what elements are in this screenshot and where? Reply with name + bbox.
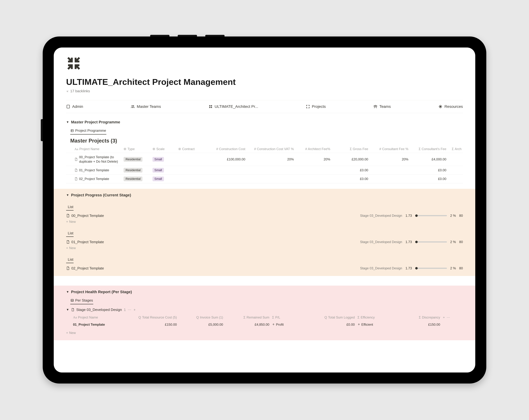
vat-cell[interactable] xyxy=(247,166,295,174)
col-scale[interactable]: Scale xyxy=(151,145,177,153)
master-programme-header[interactable]: ▼ Master Project Programme xyxy=(66,120,463,124)
construction-cost-cell[interactable]: £100,000.00 xyxy=(204,153,247,166)
vat-cell[interactable]: 20% xyxy=(247,153,295,166)
resource-cost-cell[interactable]: £150.00 xyxy=(119,321,178,328)
construction-cost-cell[interactable] xyxy=(204,174,247,183)
col-contract[interactable]: Contract xyxy=(177,145,204,153)
tab-list[interactable]: List xyxy=(66,256,74,263)
col-consult-fee-pct[interactable]: # Consultant Fee % xyxy=(370,145,410,153)
progress-item-row[interactable]: 00_Project Template Stage 03_Developed D… xyxy=(66,214,463,218)
nav-projects[interactable]: Projects xyxy=(306,104,326,109)
nav-teams[interactable]: Teams xyxy=(373,104,391,109)
progress-last: 80 xyxy=(459,240,463,244)
consult-fee-pct-cell[interactable] xyxy=(370,166,410,174)
consult-fee-cell[interactable]: £4,000.00 xyxy=(410,153,448,166)
new-item-button[interactable]: +New xyxy=(66,220,463,224)
hcol-pl[interactable]: ΣP/L xyxy=(271,314,303,321)
hcol-invoice[interactable]: QInvoice Sum (1) xyxy=(178,314,225,321)
discrepancy-cell[interactable]: £150.00 xyxy=(395,321,441,328)
table-row[interactable]: 01_Project Template Residential Small £0… xyxy=(66,166,463,174)
tab-project-programme[interactable]: Project Programme xyxy=(70,127,106,134)
consult-fee-cell[interactable]: £0.00 xyxy=(410,174,448,183)
health-header[interactable]: ▼ Project Health Report (Per Stage) xyxy=(66,290,463,294)
progress-pct: 2 % xyxy=(450,266,456,270)
nav-admin[interactable]: Admin xyxy=(66,104,83,109)
table-row[interactable]: 01_Project Template £150.00 £5,000.00 £4… xyxy=(66,321,463,328)
col-gross-fee[interactable]: Σ Gross Fee xyxy=(331,145,370,153)
hcol-remained[interactable]: ΣRemained Sum xyxy=(225,314,271,321)
project-name: 01_Project Template xyxy=(71,240,104,244)
table-row[interactable]: 00_Project Template (toduplicate + Do No… xyxy=(66,153,463,166)
hcol-discrepancy[interactable]: ΣDiscrepancy xyxy=(395,314,441,321)
col-arch-fee-pct[interactable]: # Architect Fee% xyxy=(295,145,331,153)
svg-rect-0 xyxy=(67,105,70,108)
gross-fee-cell[interactable]: £0.00 xyxy=(331,174,370,183)
progress-item-row[interactable]: 01_Project Template Stage 03_Developed D… xyxy=(66,240,463,244)
vat-cell[interactable] xyxy=(247,174,295,183)
hcol-resource-cost[interactable]: QTotal Resource Cost (5) xyxy=(119,314,178,321)
hcol-actions[interactable]: + ⋯ xyxy=(441,314,463,321)
nav-label: Resources xyxy=(444,104,463,109)
tab-label: List xyxy=(68,205,73,209)
remained-cell[interactable]: £4,850.00 xyxy=(225,321,271,328)
efficiency-cell[interactable]: Efficient xyxy=(356,321,395,328)
page-icon xyxy=(74,169,78,172)
consult-fee-pct-cell[interactable] xyxy=(370,174,410,183)
col-project-name[interactable]: AaProject Name xyxy=(66,145,122,153)
logged-cell[interactable]: £0.00 xyxy=(303,321,356,328)
col-type[interactable]: Type xyxy=(122,145,151,153)
master-programme-section: ▼ Master Project Programme Project Progr… xyxy=(66,120,463,183)
project-progress-section: ▼ Project Progress (Current Stage) List … xyxy=(54,189,475,276)
new-row-button[interactable]: + New xyxy=(66,331,463,335)
new-item-button[interactable]: +New xyxy=(66,246,463,250)
progress-header[interactable]: ▼ Project Progress (Current Stage) xyxy=(66,193,463,197)
col-vat[interactable]: # Construction Cost VAT % xyxy=(247,145,295,153)
progress-bar xyxy=(415,241,447,242)
table-row[interactable]: 02_Project Template Residential Small £0… xyxy=(66,174,463,183)
gross-fee-cell[interactable]: £0.00 xyxy=(331,166,370,174)
col-consult-fee[interactable]: Σ Consultant's Fee xyxy=(410,145,448,153)
invoice-sum-cell[interactable]: £5,000.00 xyxy=(178,321,225,328)
col-construction-cost[interactable]: # Construction Cost xyxy=(204,145,247,153)
svg-point-2 xyxy=(133,105,134,106)
page-icon xyxy=(74,158,78,161)
gross-fee-cell[interactable]: £20,000.00 xyxy=(331,153,370,166)
hcol-name[interactable]: AaProject Name xyxy=(66,314,119,321)
health-group-row[interactable]: ▼ Stage 03_Developed Design 1 ⋯ + xyxy=(66,308,463,312)
nav-resources[interactable]: Resources xyxy=(438,104,463,109)
hcol-logged[interactable]: QTotal Sum Logged xyxy=(303,314,356,321)
backlinks-link[interactable]: 17 backlinks xyxy=(66,89,90,93)
contract-cell[interactable] xyxy=(177,153,204,166)
consult-fee-cell[interactable]: £0.00 xyxy=(410,166,448,174)
project-name-cell[interactable]: 02_Project Template xyxy=(74,177,121,181)
pl-cell[interactable]: Profit xyxy=(271,321,303,328)
page-icon xyxy=(74,177,78,181)
svg-point-3 xyxy=(375,105,376,106)
progress-item-row[interactable]: 02_Project Template Stage 03_Developed D… xyxy=(66,266,463,270)
caret-down-icon: ▼ xyxy=(66,120,69,124)
contract-cell[interactable] xyxy=(177,166,204,174)
construction-cost-cell[interactable] xyxy=(204,166,247,174)
nav-master-teams[interactable]: Master Teams xyxy=(131,104,161,109)
contract-cell[interactable] xyxy=(177,174,204,183)
progress-value: 1.73 xyxy=(405,266,412,270)
project-name-cell[interactable]: 01_Project Template xyxy=(74,168,121,172)
tab-list[interactable]: List xyxy=(66,204,74,210)
arch-fee-pct-cell[interactable]: 20% xyxy=(295,153,331,166)
page-icon xyxy=(66,266,70,270)
stage-label: Stage 03_Developed Design xyxy=(360,214,402,218)
project-name-cell[interactable]: 00_Project Template (toduplicate + Do No… xyxy=(74,155,121,164)
tab-per-stages[interactable]: Per Stages xyxy=(70,297,93,304)
col-arch[interactable]: Σ Arch xyxy=(448,145,463,153)
nav-label: Teams xyxy=(379,104,391,109)
arch-fee-pct-cell[interactable] xyxy=(295,174,331,183)
nav-ultimate-architect[interactable]: ULTIMATE_Architect Pr... xyxy=(209,104,258,109)
project-name-cell[interactable]: 01_Project Template xyxy=(66,321,119,328)
tab-list[interactable]: List xyxy=(66,230,74,237)
add-icon[interactable]: + xyxy=(133,308,135,312)
hcol-efficiency[interactable]: ΣEfficiency xyxy=(356,314,395,321)
more-icon[interactable]: ⋯ xyxy=(128,308,132,312)
arch-fee-pct-cell[interactable] xyxy=(295,166,331,174)
health-table: AaProject Name QTotal Resource Cost (5) … xyxy=(66,314,463,328)
consult-fee-pct-cell[interactable]: 20% xyxy=(370,153,410,166)
